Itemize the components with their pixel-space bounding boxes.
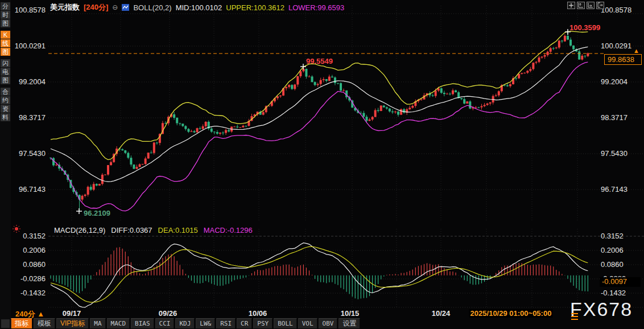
macd-dea-value: DEA:0.1015	[158, 226, 198, 235]
price-up-arrow-icon: ▲	[633, 47, 639, 54]
toolbar-item-7[interactable]: KDJ	[175, 318, 195, 328]
date-label: 09/26	[159, 309, 177, 318]
macd-params: MACD(26,12,9)	[54, 226, 105, 235]
toolbar-item-4[interactable]: MACD	[107, 318, 130, 328]
price-tick-left: 96.7143	[10, 185, 46, 194]
price-tick-left: 97.5430	[10, 149, 46, 158]
price-tick-right: 100.8578	[601, 6, 644, 14]
toolbar-item-10[interactable]: CR	[237, 318, 252, 328]
price-annotation: 100.3599	[569, 23, 600, 32]
toolbar-item-5[interactable]: BIAS	[131, 318, 154, 328]
sidebar-tab-1[interactable]: K线图	[1, 31, 10, 56]
date-axis: 09/1709/2610/0610/1510/242025/10/29 01:0…	[0, 309, 644, 318]
toolbar-item-8[interactable]: LW&	[196, 318, 215, 328]
boll-label: BOLL(20,2)	[133, 3, 171, 12]
window-icons	[567, 2, 604, 9]
crosshair-icon[interactable]	[567, 2, 575, 9]
price-tick-right: 99.2004	[601, 77, 644, 86]
sidebar-tab-char: 图	[1, 48, 10, 56]
sidebar-tab-char: 线	[1, 39, 10, 47]
chart-canvas	[0, 0, 644, 329]
toolbar-item-15[interactable]: 设置	[338, 318, 360, 328]
macd-tick-right: -0.1432	[601, 289, 644, 297]
collapse-icon[interactable]: ⊖	[112, 3, 118, 11]
macd-tick-right: 0.3152	[601, 232, 644, 240]
macd-tick-left: -0.0286	[10, 274, 46, 283]
period-tag: [240分]	[84, 2, 108, 13]
sidebar-tab-char: 图	[1, 76, 10, 84]
price-tick-left: 98.3717	[10, 113, 46, 122]
macd-tick-left: 0.0860	[10, 260, 46, 269]
boll-upper-value: UPPER:100.3612	[226, 3, 284, 12]
price-tick-left: 100.0291	[10, 42, 46, 50]
boll-mid-value: MID:100.0102	[176, 3, 222, 12]
sidebar-tab-char: 时	[1, 11, 10, 19]
date-label: 10/15	[341, 309, 360, 318]
exit-icon[interactable]	[596, 2, 604, 9]
price-tick-right: 96.7143	[601, 185, 644, 194]
sidebar-tab-char: 料	[1, 113, 10, 121]
toolbar-item-0[interactable]: 指标	[11, 318, 32, 328]
toolbar-item-9[interactable]: RSI	[216, 318, 236, 328]
price-tick-right: 97.5430	[601, 149, 644, 158]
sidebar-tab-0[interactable]: 分时图	[1, 2, 10, 28]
current-macd-badge: -0.0097	[600, 277, 641, 287]
macd-macd-value: MACD:-0.1296	[204, 226, 253, 235]
macd-tick-right: 0.0860	[601, 260, 644, 269]
macd-tick-right: 0.2006	[601, 246, 644, 254]
toolbar-item-2[interactable]: VIP指标	[56, 318, 89, 328]
chart-type-icon[interactable]	[122, 4, 129, 11]
indicator-dot-icon[interactable]	[12, 224, 21, 233]
toolbar-item-14[interactable]: OBV	[319, 318, 338, 328]
price-annotation: 99.5549	[306, 57, 333, 65]
chart-title-bar: 美元指数 [240分] ⊖ BOLL(20,2) MID:100.0102 UP…	[50, 2, 344, 13]
macd-tick-left: -0.1432	[10, 289, 46, 297]
toolbar-item-11[interactable]: PSY	[253, 318, 273, 328]
price-tick-left: 100.8578	[10, 6, 46, 14]
axis-up-icon[interactable]	[577, 2, 585, 9]
sidebar-tab-char: K	[1, 31, 10, 39]
toolbar-item-13[interactable]: VOL	[298, 318, 317, 328]
date-label: 2025/10/29 01:00~05:00	[469, 309, 553, 318]
toolbar-item-3[interactable]: MA	[90, 318, 105, 328]
toolbar-item-1[interactable]: 模板	[34, 318, 55, 328]
current-price-badge: 99.8638	[604, 54, 642, 65]
toolbar-corner-tile	[1, 319, 10, 328]
sidebar-tab-char: 图	[1, 19, 10, 27]
bottom-toolbar: 指标模板VIP指标MAMACDBIASCCIKDJLW&RSICRPSYBOLL…	[11, 318, 644, 329]
boll-lower-value: LOWER:99.6593	[288, 3, 344, 12]
date-label: 09/17	[63, 309, 81, 318]
axis-right-icon[interactable]	[587, 2, 595, 9]
sidebar-tab-char: 分	[1, 2, 10, 10]
sidebar-tab-3[interactable]: 合约资料	[1, 88, 10, 122]
chart-window: 美元指数 [240分] ⊖ BOLL(20,2) MID:100.0102 UP…	[0, 0, 644, 329]
price-tick-left: 99.2004	[10, 77, 46, 86]
macd-tick-left: 0.2006	[10, 246, 46, 254]
price-tick-right: 98.3717	[601, 113, 644, 122]
toolbar-item-6[interactable]: CCI	[155, 318, 175, 328]
sidebar-tab-char: 电	[1, 68, 10, 76]
sidebar-tab-2[interactable]: 闪电图	[1, 59, 10, 85]
symbol-name: 美元指数	[50, 2, 80, 13]
sidebar-tab-char: 合	[1, 88, 10, 96]
sidebar-tab-char: 闪	[1, 59, 10, 67]
price-annotation: 96.2109	[84, 209, 110, 217]
date-label: 10/06	[249, 309, 267, 318]
left-sidebar: 分时图K线图闪电图合约资料	[0, 0, 11, 329]
macd-diff-value: DIFF:0.0367	[111, 226, 152, 235]
sidebar-tab-char: 资	[1, 105, 10, 113]
date-label: 10/24	[432, 309, 451, 318]
toolbar-item-12[interactable]: BOLL	[274, 318, 297, 328]
macd-header: MACD(26,12,9) DIFF:0.0367 DEA:0.1015 MAC…	[54, 226, 253, 235]
sidebar-tab-char: 约	[1, 96, 10, 104]
